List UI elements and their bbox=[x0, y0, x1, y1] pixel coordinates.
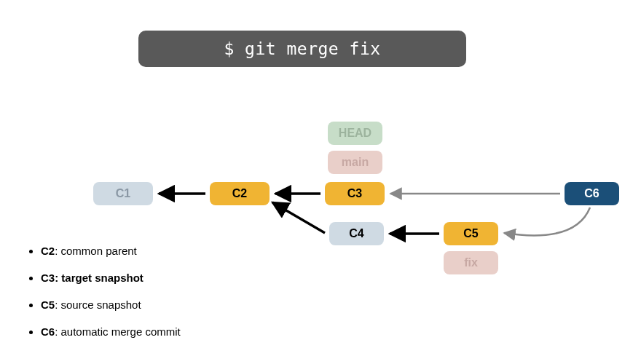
ref-main: main bbox=[328, 151, 382, 174]
commit-c4: C4 bbox=[329, 222, 384, 245]
legend-c5: C5: source snapshot bbox=[41, 298, 181, 311]
commit-c6: C6 bbox=[565, 182, 619, 205]
legend: C2: common parent C3: target snapshot C5… bbox=[28, 245, 181, 352]
arrow-c4-c2 bbox=[272, 202, 325, 233]
legend-c6: C6: automatic merge commit bbox=[41, 325, 181, 338]
command-bar: $ git merge fix bbox=[138, 31, 466, 67]
commit-c3: C3 bbox=[325, 182, 385, 205]
arrow-c6-c5 bbox=[504, 207, 590, 235]
legend-c3: C3: target snapshot bbox=[41, 272, 181, 284]
ref-fix: fix bbox=[444, 251, 498, 274]
legend-c2: C2: common parent bbox=[41, 245, 181, 257]
commit-c5: C5 bbox=[444, 222, 498, 245]
commit-c1: C1 bbox=[93, 182, 153, 205]
ref-head: HEAD bbox=[328, 122, 382, 145]
commit-c2: C2 bbox=[210, 182, 270, 205]
command-text: $ git merge fix bbox=[224, 39, 380, 58]
